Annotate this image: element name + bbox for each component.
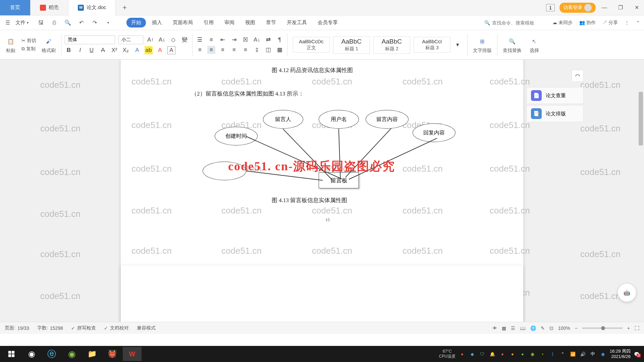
page-indicator[interactable]: 页面: 19/33 (5, 325, 29, 331)
sync-status[interactable]: ☁ 未同步 (552, 20, 573, 26)
bullets-icon[interactable]: ☰ (196, 36, 204, 44)
nvidia-icon[interactable]: ▪ (539, 351, 546, 357)
tab-chapter[interactable]: 章节 (261, 18, 281, 27)
cut-button[interactable]: ✂ 剪切 (21, 38, 36, 44)
increase-indent-icon[interactable]: ⇥ (230, 36, 238, 44)
paper-format[interactable]: 📑论文排版 (527, 105, 584, 122)
tab-docao[interactable]: 稻壳 (31, 0, 68, 15)
borders-icon[interactable]: ▦ (276, 46, 284, 54)
edge-icon[interactable]: ◉ (62, 347, 81, 361)
font-name-combo[interactable]: 黑体 (65, 36, 115, 44)
hamburger-icon[interactable]: ☰ (4, 19, 11, 26)
tray-icon[interactable]: ● (459, 351, 466, 357)
align-left-icon[interactable]: ≡ (196, 46, 204, 54)
ai-assistant[interactable]: 🤖 (618, 284, 636, 302)
search-input[interactable] (492, 20, 546, 25)
chevron-up-icon[interactable]: ⌃ (559, 351, 566, 357)
superscript-button[interactable]: X² (110, 46, 118, 54)
decrease-font-icon[interactable]: A↓ (158, 36, 166, 44)
bluetooth-icon[interactable]: ᛒ (549, 351, 556, 357)
zoom-slider[interactable] (582, 327, 623, 329)
bold-button[interactable]: B (65, 46, 73, 54)
ie-icon[interactable]: ⓔ (42, 347, 61, 361)
tray-icon[interactable]: ● (499, 351, 506, 357)
wps-icon[interactable]: W (123, 347, 142, 361)
word-count[interactable]: 字数: 15298 (37, 325, 63, 331)
scroll-thumb[interactable] (639, 92, 643, 145)
justify-icon[interactable]: ≡ (230, 46, 238, 54)
tray-icon[interactable]: 🛡 (479, 351, 486, 357)
tab-add[interactable]: + (116, 3, 133, 12)
style-h2[interactable]: AaBbC标题 2 (373, 36, 410, 54)
app-icon[interactable]: 👹 (103, 347, 121, 361)
tray-icon[interactable]: ◆ (469, 351, 476, 357)
style-normal[interactable]: AaBbCcDc正文 (293, 37, 330, 53)
char-border-button[interactable]: A (167, 46, 175, 54)
styles-more-icon[interactable]: ▾ (454, 41, 462, 49)
text-layout[interactable]: ⊞文字排版 (471, 36, 494, 54)
numbering-icon[interactable]: ≡ (207, 36, 215, 44)
italic-button[interactable]: I (76, 46, 84, 54)
file-menu[interactable]: 文件▾ (13, 19, 31, 26)
fullscreen-icon[interactable]: ⛶ (635, 325, 639, 331)
cpu-temp[interactable]: 67°CCPU温度 (439, 349, 455, 359)
decrease-indent-icon[interactable]: ⇤ (219, 36, 227, 44)
login-button[interactable]: 访客登录 (559, 3, 596, 13)
tab-view[interactable]: 视图 (240, 18, 260, 27)
spell-check[interactable]: ✓ 拼写检查 (71, 325, 96, 331)
tab-icon[interactable]: ⇄ (264, 36, 272, 44)
save-icon[interactable]: 🖫 (37, 19, 45, 26)
notification-center[interactable]: 💬3 (634, 352, 639, 357)
shading-icon[interactable]: ◫ (264, 46, 272, 54)
font-color-button[interactable]: A (156, 46, 164, 54)
tray-icon[interactable]: ● (509, 351, 516, 357)
fit-icon[interactable]: ⊡ (549, 325, 553, 331)
underline-button[interactable]: U (88, 46, 96, 54)
zoom-out[interactable]: − (575, 325, 578, 331)
sort-icon[interactable]: A↓ (253, 36, 261, 44)
highlight-button[interactable]: ab (145, 46, 153, 54)
collapse-ribbon-icon[interactable]: ⌃ (636, 20, 640, 25)
more-icon[interactable]: ▾ (104, 19, 112, 26)
tab-member[interactable]: 会员专享 (313, 18, 342, 27)
select-group[interactable]: ↖选择 (527, 36, 542, 54)
clock[interactable]: 16:29 周四 2021/8/26 (610, 349, 631, 359)
text-effect-button[interactable]: A (133, 46, 141, 54)
copy-button[interactable]: ⧉ 复制 (21, 46, 36, 52)
outline-icon[interactable]: ☰ (511, 325, 515, 331)
minimize-button[interactable]: — (597, 2, 612, 14)
ime-icon[interactable]: 中 (590, 351, 596, 357)
web-icon[interactable]: 🌐 (530, 325, 536, 331)
tray-icon[interactable]: 🔔 (489, 351, 496, 357)
tab-start[interactable]: 开始 (126, 18, 146, 27)
tab-document[interactable]: 论文.doc (68, 0, 116, 15)
tray-icon[interactable]: ● (519, 351, 526, 357)
cortana-icon[interactable]: ◉ (22, 347, 41, 361)
asian-layout-icon[interactable]: ☒ (241, 36, 250, 44)
tab-devtools[interactable]: 开发工具 (282, 18, 312, 27)
badge-count[interactable]: 1 (546, 4, 555, 11)
show-marks-icon[interactable]: ¶ (276, 36, 284, 44)
volume-icon[interactable]: 🔊 (580, 351, 586, 357)
document-page-next[interactable] (121, 265, 523, 322)
share-button[interactable]: ↗ 分享 (602, 20, 618, 26)
tray-icon[interactable]: ◉ (600, 351, 606, 357)
format-painter[interactable]: 🖌 格式刷 (40, 36, 58, 54)
paper-check[interactable]: 📄论文查重 (527, 87, 584, 104)
undo-icon[interactable]: ↶ (77, 19, 85, 26)
zoom-value[interactable]: 100% (558, 325, 570, 331)
strikethrough-button[interactable]: A̶ (99, 46, 107, 54)
print-icon[interactable]: ⎙ (51, 19, 58, 26)
style-h1[interactable]: AaBbC标题 1 (333, 36, 370, 54)
align-center-icon[interactable]: ≡ (207, 46, 215, 54)
collab-button[interactable]: 👥 协作 (579, 20, 596, 26)
increase-font-icon[interactable]: A↑ (147, 36, 155, 44)
zoom-in[interactable]: + (627, 325, 630, 331)
distribute-icon[interactable]: ≡ (241, 46, 250, 54)
clear-format-icon[interactable]: ◇ (169, 36, 177, 44)
kebab-icon[interactable]: ⋮ (625, 20, 629, 25)
tray-icon[interactable]: ◉ (529, 351, 536, 357)
panel-toggle[interactable]: ◠ (572, 70, 584, 82)
explorer-icon[interactable]: 📁 (83, 347, 101, 361)
tab-insert[interactable]: 插入 (147, 18, 167, 27)
